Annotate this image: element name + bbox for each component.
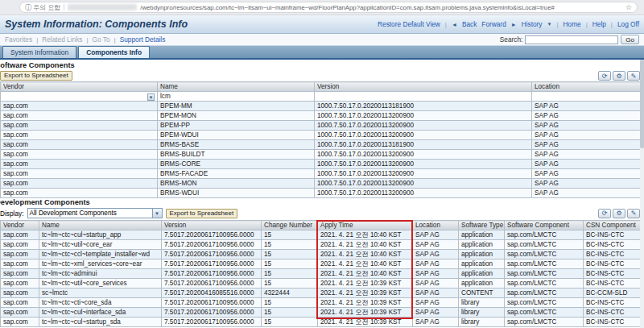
development-table-row[interactable]: sap.com tc~lm~ctc~xml_services~core~ear … <box>1 259 641 269</box>
software-export-button[interactable]: Export to Spreadsheet <box>0 71 72 81</box>
cell-software-component: sap.com/LMCTC <box>505 308 584 318</box>
column-header-vendor[interactable]: Vendor <box>1 221 39 230</box>
bookmark-star-icon[interactable]: ☆ <box>625 3 632 11</box>
development-table-row[interactable]: sap.com tc~lm~ctc~cul~startup_app 7.5017… <box>1 230 641 240</box>
url-text[interactable]: /webdynpro/resources/sap.com/tc~lm~itsam… <box>140 4 622 11</box>
column-header-version[interactable]: Version <box>162 221 262 230</box>
log-off-link[interactable]: Log Off <box>617 20 639 28</box>
tab-components-info[interactable]: Components Info <box>78 46 150 58</box>
version-filter-input[interactable] <box>315 92 532 102</box>
cell-vendor: sap.com <box>1 102 158 111</box>
tab-system-information[interactable]: System Information <box>2 46 76 58</box>
cell-version: 7.5017.20200617100956.0000 <box>162 259 262 269</box>
scrollbar-thumb[interactable] <box>640 60 644 148</box>
personalize-pencil-icon[interactable]: ✎ <box>627 71 640 81</box>
cell-location: SAP AG <box>532 150 641 160</box>
development-table-row[interactable]: sap.com tc~lm~ctc~cul~interface_sda 7.50… <box>1 308 641 318</box>
column-header-name[interactable]: Name <box>39 221 162 230</box>
software-table-row[interactable]: sap.com BPEM-MON 1000.7.50.17.0.20200113… <box>1 111 641 121</box>
settings-gear-icon[interactable]: ⚙ <box>613 209 625 218</box>
cell-version: 1000.7.50.17.0.20200113181900 <box>315 102 532 111</box>
cell-software-type: application <box>459 230 505 240</box>
column-header-software-type[interactable]: Software Type <box>459 221 505 230</box>
support-details-link[interactable]: Support Details <box>120 35 166 44</box>
cell-name: BRMS-MON <box>158 179 315 189</box>
column-header-change-number[interactable]: Change Number <box>262 221 318 230</box>
development-export-button[interactable]: Export to Spreadsheet <box>166 209 238 218</box>
cell-name: tc~lm~ctc~xml_services~core~ear <box>39 259 162 269</box>
favorites-menu[interactable]: Favorites <box>5 35 32 44</box>
history-dropdown-icon[interactable]: ▼ <box>547 22 552 27</box>
dropdown-arrow-icon[interactable]: ▼ <box>152 209 162 218</box>
cell-vendor: sap.com <box>1 269 39 279</box>
column-header-csn-component[interactable]: CSN Component <box>584 221 641 230</box>
vertical-scrollbar[interactable] <box>640 60 644 328</box>
vendor-filter-input[interactable]: ▼ <box>1 92 158 102</box>
column-header-location[interactable]: Location <box>413 221 459 230</box>
software-table-row[interactable]: sap.com BRMS-BASE 1000.7.50.17.0.2020011… <box>1 140 641 150</box>
address-bar[interactable]: ⓘ 주의 요함 /webdynpro/resources/sap.com/tc~… <box>19 2 638 13</box>
search-go-button[interactable]: Go <box>621 35 639 44</box>
cell-version: 1000.7.50.17.0.20200113200900 <box>315 160 532 169</box>
back-link[interactable]: Back <box>462 20 477 28</box>
cell-vendor: sap.com <box>1 131 158 140</box>
go-to-menu[interactable]: Go To <box>93 35 110 44</box>
development-table-row[interactable]: sap.com tc~lm~ctc~cul~startup_sda 7.5017… <box>1 318 641 327</box>
separator <box>556 20 558 28</box>
software-table-row[interactable]: sap.com BRMS-MON 1000.7.50.17.0.20200113… <box>1 179 641 189</box>
location-filter-input[interactable] <box>532 92 641 102</box>
software-table-row[interactable]: sap.com BRMS-BUILDT 1000.7.50.17.0.20200… <box>1 150 641 160</box>
cell-apply-time: 2021. 4. 21 오전 10:39 KST <box>318 289 413 298</box>
software-table-row[interactable]: sap.com BRMS-FACADE 1000.7.50.17.0.20200… <box>1 169 641 179</box>
security-chip[interactable]: ⓘ 주의 요함 <box>25 3 60 12</box>
history-link[interactable]: History <box>522 20 543 28</box>
column-header-apply-time[interactable]: Apply Time <box>318 221 413 230</box>
help-link[interactable]: Help <box>592 20 606 28</box>
software-table-row[interactable]: sap.com BPEM-MM 1000.7.50.17.0.202001131… <box>1 102 641 111</box>
software-table-row[interactable]: sap.com BPEM-WDUI 1000.7.50.17.0.2020011… <box>1 131 641 140</box>
software-table-icons: ⟳ ⚙ ✎ <box>598 71 640 81</box>
back-arrow-icon[interactable]: ◄ <box>452 22 457 27</box>
redacted-host-segment <box>68 4 137 10</box>
cell-location: SAP AG <box>413 269 459 279</box>
restore-default-view-link[interactable]: Restore Default View <box>378 20 440 28</box>
settings-gear-icon[interactable]: ⚙ <box>613 71 625 81</box>
development-table-row[interactable]: sap.com tc~lm~ctc~util~core_services 7.5… <box>1 279 641 289</box>
name-filter-input[interactable]: lcm <box>158 92 315 102</box>
refresh-icon[interactable]: ⟳ <box>598 71 611 81</box>
cell-software-component: sap.com/LMCTC <box>505 289 584 298</box>
cell-software-type: CONTENT <box>459 289 505 298</box>
cell-vendor: sap.com <box>1 318 39 327</box>
development-table-row[interactable]: sap.com sc~lmctc 7.5017.20200416085516.0… <box>1 289 641 298</box>
display-dropdown[interactable]: All Development Components ▼ <box>27 208 163 218</box>
cell-vendor: sap.com <box>1 279 39 289</box>
search-input[interactable] <box>525 35 618 44</box>
cell-name: tc~lm~ctc~util~core_services <box>39 279 162 289</box>
cell-location: SAP AG <box>532 102 641 111</box>
column-header-vendor[interactable]: Vendor <box>1 82 158 92</box>
tab-label: Components Info <box>86 48 142 56</box>
home-link[interactable]: Home <box>564 20 581 28</box>
column-header-version[interactable]: Version <box>315 82 532 92</box>
development-table-row[interactable]: sap.com tc~lm~ctc~util~core_ear 7.5017.2… <box>1 240 641 250</box>
personalize-pencil-icon[interactable]: ✎ <box>627 209 640 218</box>
column-header-location[interactable]: Location <box>532 82 641 92</box>
software-table-row[interactable]: sap.com BPEM-PP 1000.7.50.17.0.202001132… <box>1 121 641 131</box>
column-header-software-component[interactable]: Software Component <box>505 221 584 230</box>
related-links-menu[interactable]: Related Links <box>42 35 82 44</box>
column-header-name[interactable]: Name <box>158 82 315 92</box>
cell-name: BRMS-BASE <box>158 140 315 150</box>
cell-vendor: sap.com <box>1 250 39 259</box>
forward-link[interactable]: Forward <box>481 20 506 28</box>
cell-apply-time: 2021. 4. 21 오전 10:39 KST <box>318 298 413 308</box>
software-table-row[interactable]: sap.com BRMS-CORE 1000.7.50.17.0.2020011… <box>1 160 641 169</box>
development-table-row[interactable]: sap.com tc~lm~ctc~cti~core_sda 7.5017.20… <box>1 298 641 308</box>
development-table-row[interactable]: sap.com tc~lm~ctc~adminui 7.5017.2020061… <box>1 269 641 279</box>
cell-location: SAP AG <box>532 160 641 169</box>
software-table-row[interactable]: sap.com BRMS-WDUI 1000.7.50.17.0.2020011… <box>1 189 641 198</box>
combo-arrow-icon[interactable]: ▼ <box>147 93 155 101</box>
menu-bar: Favorites Related Links Go To Support De… <box>0 34 644 46</box>
forward-arrow-icon[interactable]: ► <box>511 22 517 27</box>
refresh-icon[interactable]: ⟳ <box>598 209 611 218</box>
development-table-row[interactable]: sap.com tc~lm~ctc~ccl~template_installer… <box>1 250 641 259</box>
